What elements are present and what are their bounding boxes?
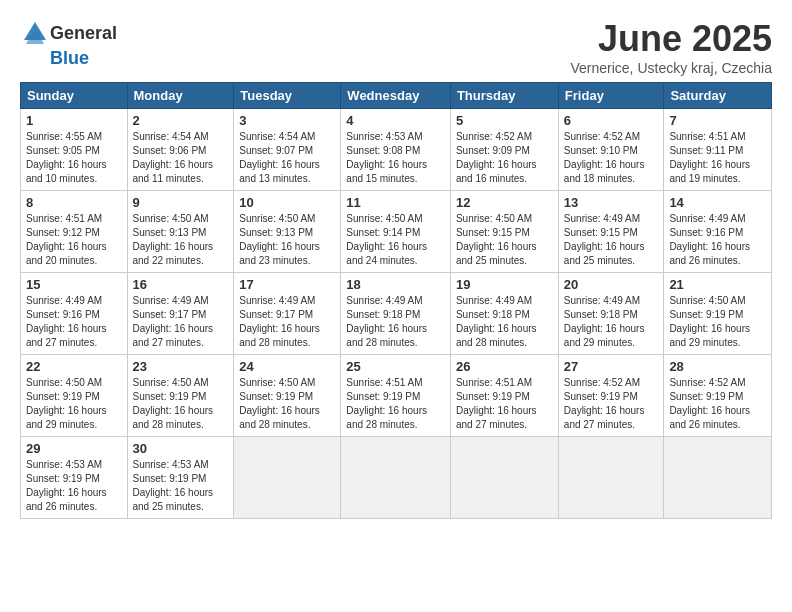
logo-general-text: General: [50, 23, 117, 44]
logo-blue-text: Blue: [50, 48, 89, 69]
table-row: 24 Sunrise: 4:50 AM Sunset: 9:19 PM Dayl…: [234, 355, 341, 437]
day-info: Sunrise: 4:52 AM Sunset: 9:10 PM Dayligh…: [564, 130, 659, 186]
day-number: 11: [346, 195, 445, 210]
day-number: 1: [26, 113, 122, 128]
day-info: Sunrise: 4:50 AM Sunset: 9:19 PM Dayligh…: [133, 376, 229, 432]
day-info: Sunrise: 4:49 AM Sunset: 9:17 PM Dayligh…: [133, 294, 229, 350]
day-info: Sunrise: 4:50 AM Sunset: 9:19 PM Dayligh…: [26, 376, 122, 432]
day-number: 23: [133, 359, 229, 374]
table-row: 1 Sunrise: 4:55 AM Sunset: 9:05 PM Dayli…: [21, 109, 128, 191]
table-row: 25 Sunrise: 4:51 AM Sunset: 9:19 PM Dayl…: [341, 355, 451, 437]
day-info: Sunrise: 4:50 AM Sunset: 9:19 PM Dayligh…: [669, 294, 766, 350]
table-row: [234, 437, 341, 519]
table-row: 18 Sunrise: 4:49 AM Sunset: 9:18 PM Dayl…: [341, 273, 451, 355]
day-number: 25: [346, 359, 445, 374]
table-row: 3 Sunrise: 4:54 AM Sunset: 9:07 PM Dayli…: [234, 109, 341, 191]
day-info: Sunrise: 4:52 AM Sunset: 9:19 PM Dayligh…: [669, 376, 766, 432]
day-info: Sunrise: 4:54 AM Sunset: 9:06 PM Dayligh…: [133, 130, 229, 186]
col-wednesday: Wednesday: [341, 83, 451, 109]
table-row: [341, 437, 451, 519]
day-info: Sunrise: 4:49 AM Sunset: 9:16 PM Dayligh…: [669, 212, 766, 268]
day-number: 29: [26, 441, 122, 456]
logo: General Blue: [20, 18, 117, 69]
day-number: 12: [456, 195, 553, 210]
day-info: Sunrise: 4:51 AM Sunset: 9:19 PM Dayligh…: [456, 376, 553, 432]
table-row: [558, 437, 664, 519]
table-row: 12 Sunrise: 4:50 AM Sunset: 9:15 PM Dayl…: [450, 191, 558, 273]
day-number: 3: [239, 113, 335, 128]
day-info: Sunrise: 4:51 AM Sunset: 9:11 PM Dayligh…: [669, 130, 766, 186]
day-number: 8: [26, 195, 122, 210]
day-number: 22: [26, 359, 122, 374]
day-info: Sunrise: 4:53 AM Sunset: 9:08 PM Dayligh…: [346, 130, 445, 186]
day-number: 24: [239, 359, 335, 374]
day-number: 21: [669, 277, 766, 292]
day-info: Sunrise: 4:49 AM Sunset: 9:18 PM Dayligh…: [456, 294, 553, 350]
day-number: 9: [133, 195, 229, 210]
day-info: Sunrise: 4:50 AM Sunset: 9:19 PM Dayligh…: [239, 376, 335, 432]
day-info: Sunrise: 4:51 AM Sunset: 9:19 PM Dayligh…: [346, 376, 445, 432]
day-info: Sunrise: 4:49 AM Sunset: 9:17 PM Dayligh…: [239, 294, 335, 350]
table-row: 21 Sunrise: 4:50 AM Sunset: 9:19 PM Dayl…: [664, 273, 772, 355]
day-info: Sunrise: 4:49 AM Sunset: 9:18 PM Dayligh…: [564, 294, 659, 350]
col-thursday: Thursday: [450, 83, 558, 109]
day-number: 30: [133, 441, 229, 456]
day-number: 13: [564, 195, 659, 210]
table-row: 29 Sunrise: 4:53 AM Sunset: 9:19 PM Dayl…: [21, 437, 128, 519]
calendar-week-row: 1 Sunrise: 4:55 AM Sunset: 9:05 PM Dayli…: [21, 109, 772, 191]
table-row: 19 Sunrise: 4:49 AM Sunset: 9:18 PM Dayl…: [450, 273, 558, 355]
table-row: 23 Sunrise: 4:50 AM Sunset: 9:19 PM Dayl…: [127, 355, 234, 437]
table-row: 16 Sunrise: 4:49 AM Sunset: 9:17 PM Dayl…: [127, 273, 234, 355]
day-info: Sunrise: 4:55 AM Sunset: 9:05 PM Dayligh…: [26, 130, 122, 186]
page-container: General Blue June 2025 Vernerice, Usteck…: [0, 0, 792, 529]
day-number: 5: [456, 113, 553, 128]
day-number: 14: [669, 195, 766, 210]
location: Vernerice, Ustecky kraj, Czechia: [570, 60, 772, 76]
table-row: 5 Sunrise: 4:52 AM Sunset: 9:09 PM Dayli…: [450, 109, 558, 191]
table-row: 27 Sunrise: 4:52 AM Sunset: 9:19 PM Dayl…: [558, 355, 664, 437]
day-info: Sunrise: 4:54 AM Sunset: 9:07 PM Dayligh…: [239, 130, 335, 186]
table-row: 14 Sunrise: 4:49 AM Sunset: 9:16 PM Dayl…: [664, 191, 772, 273]
day-number: 16: [133, 277, 229, 292]
table-row: [664, 437, 772, 519]
day-number: 20: [564, 277, 659, 292]
day-number: 6: [564, 113, 659, 128]
table-row: 30 Sunrise: 4:53 AM Sunset: 9:19 PM Dayl…: [127, 437, 234, 519]
table-row: 13 Sunrise: 4:49 AM Sunset: 9:15 PM Dayl…: [558, 191, 664, 273]
header: General Blue June 2025 Vernerice, Usteck…: [20, 18, 772, 76]
day-number: 18: [346, 277, 445, 292]
title-block: June 2025 Vernerice, Ustecky kraj, Czech…: [570, 18, 772, 76]
day-number: 19: [456, 277, 553, 292]
table-row: 15 Sunrise: 4:49 AM Sunset: 9:16 PM Dayl…: [21, 273, 128, 355]
calendar-header-row: Sunday Monday Tuesday Wednesday Thursday…: [21, 83, 772, 109]
day-info: Sunrise: 4:49 AM Sunset: 9:16 PM Dayligh…: [26, 294, 122, 350]
day-number: 27: [564, 359, 659, 374]
calendar-week-row: 22 Sunrise: 4:50 AM Sunset: 9:19 PM Dayl…: [21, 355, 772, 437]
day-info: Sunrise: 4:50 AM Sunset: 9:14 PM Dayligh…: [346, 212, 445, 268]
table-row: 11 Sunrise: 4:50 AM Sunset: 9:14 PM Dayl…: [341, 191, 451, 273]
day-info: Sunrise: 4:50 AM Sunset: 9:15 PM Dayligh…: [456, 212, 553, 268]
day-info: Sunrise: 4:50 AM Sunset: 9:13 PM Dayligh…: [133, 212, 229, 268]
table-row: 2 Sunrise: 4:54 AM Sunset: 9:06 PM Dayli…: [127, 109, 234, 191]
table-row: 6 Sunrise: 4:52 AM Sunset: 9:10 PM Dayli…: [558, 109, 664, 191]
day-number: 17: [239, 277, 335, 292]
table-row: 26 Sunrise: 4:51 AM Sunset: 9:19 PM Dayl…: [450, 355, 558, 437]
table-row: 4 Sunrise: 4:53 AM Sunset: 9:08 PM Dayli…: [341, 109, 451, 191]
day-info: Sunrise: 4:49 AM Sunset: 9:18 PM Dayligh…: [346, 294, 445, 350]
logo-icon: [20, 18, 50, 48]
table-row: 17 Sunrise: 4:49 AM Sunset: 9:17 PM Dayl…: [234, 273, 341, 355]
calendar-week-row: 29 Sunrise: 4:53 AM Sunset: 9:19 PM Dayl…: [21, 437, 772, 519]
day-info: Sunrise: 4:51 AM Sunset: 9:12 PM Dayligh…: [26, 212, 122, 268]
month-title: June 2025: [570, 18, 772, 60]
day-number: 10: [239, 195, 335, 210]
table-row: 8 Sunrise: 4:51 AM Sunset: 9:12 PM Dayli…: [21, 191, 128, 273]
col-friday: Friday: [558, 83, 664, 109]
col-saturday: Saturday: [664, 83, 772, 109]
day-info: Sunrise: 4:50 AM Sunset: 9:13 PM Dayligh…: [239, 212, 335, 268]
day-number: 15: [26, 277, 122, 292]
day-number: 2: [133, 113, 229, 128]
day-info: Sunrise: 4:53 AM Sunset: 9:19 PM Dayligh…: [26, 458, 122, 514]
day-number: 4: [346, 113, 445, 128]
col-sunday: Sunday: [21, 83, 128, 109]
table-row: 22 Sunrise: 4:50 AM Sunset: 9:19 PM Dayl…: [21, 355, 128, 437]
